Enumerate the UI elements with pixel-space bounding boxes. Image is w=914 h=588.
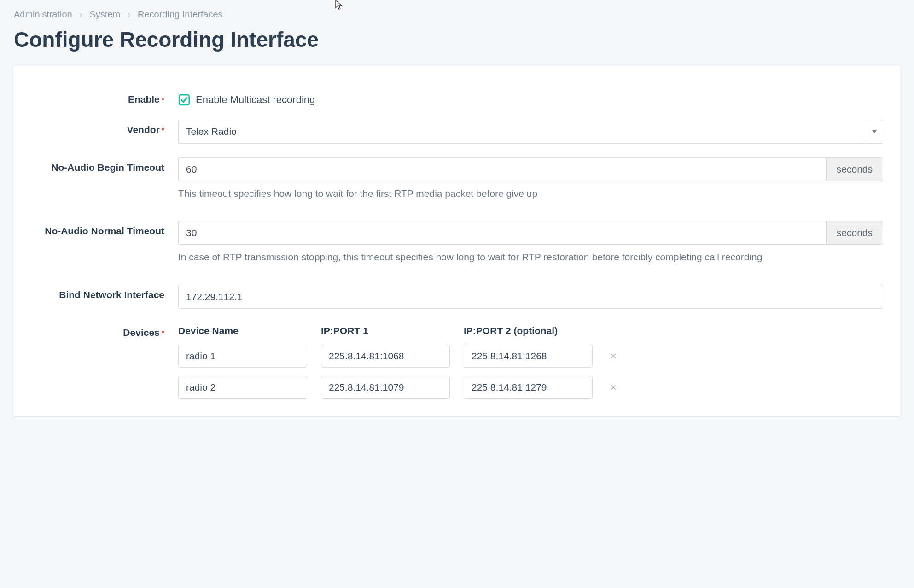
form-row-noaudio-begin: No-Audio Begin Timeout seconds This time… (31, 157, 883, 201)
caret-down-icon (865, 120, 883, 144)
device-row: × (178, 345, 883, 368)
device-name-input[interactable] (178, 345, 307, 368)
required-asterisk: * (162, 329, 164, 337)
form-row-noaudio-normal: No-Audio Normal Timeout seconds In case … (31, 221, 883, 264)
required-asterisk: * (162, 127, 164, 134)
seconds-addon: seconds (826, 157, 883, 181)
vendor-select[interactable]: Telex Radio (178, 120, 883, 144)
remove-device-icon[interactable]: × (606, 381, 620, 394)
help-noaudio-normal: In case of RTP transmission stopping, th… (178, 250, 883, 264)
label-bind-interface: Bind Network Interface (59, 289, 164, 300)
label-vendor: Vendor (127, 124, 160, 135)
help-noaudio-begin: This timeout specifies how long to wait … (178, 187, 883, 201)
form-row-bind-interface: Bind Network Interface (31, 285, 883, 309)
svg-rect-0 (179, 95, 189, 105)
device-ip2-input[interactable] (464, 345, 593, 368)
label-enable: Enable (128, 94, 160, 104)
header-device-name: Device Name (178, 325, 307, 336)
header-ip2: IP:PORT 2 (optional) (464, 325, 593, 336)
breadcrumb-system[interactable]: System (90, 9, 121, 19)
device-name-input[interactable] (178, 376, 307, 399)
label-noaudio-begin: No-Audio Begin Timeout (51, 162, 164, 173)
header-ip1: IP:PORT 1 (321, 325, 450, 336)
required-asterisk: * (162, 96, 164, 104)
device-ip2-input[interactable] (464, 376, 593, 399)
chevron-right-icon: › (128, 9, 131, 19)
vendor-select-value: Telex Radio (178, 120, 883, 144)
device-row: × (178, 376, 883, 399)
breadcrumb-recording-interfaces[interactable]: Recording Interfaces (138, 9, 223, 19)
label-devices: Devices (123, 327, 159, 338)
chevron-right-icon: › (79, 9, 82, 19)
label-noaudio-normal: No-Audio Normal Timeout (45, 225, 164, 236)
remove-device-icon[interactable]: × (606, 350, 620, 363)
config-panel: Enable* Enable Multicast recording Vendo… (14, 66, 900, 417)
checkbox-checked-icon[interactable] (178, 94, 190, 106)
breadcrumb: Administration › System › Recording Inte… (14, 9, 900, 20)
devices-header: Device Name IP:PORT 1 IP:PORT 2 (optiona… (178, 323, 883, 336)
form-row-vendor: Vendor* Telex Radio (31, 120, 883, 144)
device-ip1-input[interactable] (321, 376, 450, 399)
form-row-enable: Enable* Enable Multicast recording (31, 89, 883, 106)
checkbox-enable-label: Enable Multicast recording (196, 94, 315, 106)
noaudio-begin-input[interactable] (178, 157, 826, 181)
device-ip1-input[interactable] (321, 345, 450, 368)
page-title: Configure Recording Interface (14, 27, 900, 52)
bind-interface-input[interactable] (178, 285, 883, 309)
form-row-devices: Devices* Device Name IP:PORT 1 IP:PORT 2… (31, 323, 883, 407)
seconds-addon: seconds (826, 221, 883, 245)
breadcrumb-administration[interactable]: Administration (14, 9, 72, 19)
cursor-arrow-icon (335, 0, 343, 10)
noaudio-normal-input[interactable] (178, 221, 826, 245)
